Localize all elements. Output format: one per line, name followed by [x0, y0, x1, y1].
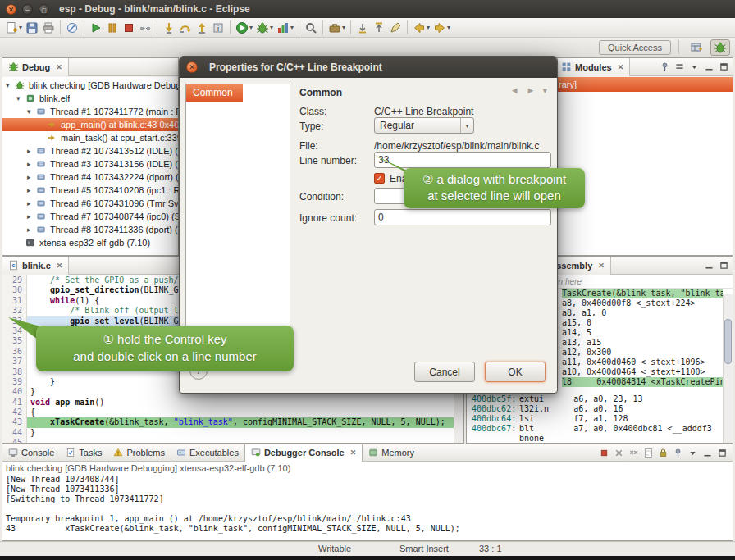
- close-icon[interactable]: [598, 262, 605, 270]
- line-number[interactable]: 36: [2, 347, 27, 357]
- debug-tree-item[interactable]: main_task() at cpu_start.c:339 0x4: [2, 131, 178, 144]
- forward-icon[interactable]: [527, 85, 536, 96]
- console-output[interactable]: blink checking [GDB Hardware Debugging] …: [2, 462, 733, 540]
- back-button[interactable]: [411, 20, 431, 36]
- debug-tree-item[interactable]: ▸Thread #8 1073411336 (dport) (Sus: [2, 223, 178, 236]
- remove-launch-icon[interactable]: [612, 446, 625, 459]
- line-number[interactable]: 41: [2, 398, 27, 407]
- code-line[interactable]: 42{: [2, 407, 463, 417]
- forward-button[interactable]: [431, 20, 452, 36]
- code-line[interactable]: 41void app_main(): [2, 398, 463, 407]
- chevron-down-icon[interactable]: [460, 118, 473, 133]
- category-item-common[interactable]: Common: [186, 84, 243, 102]
- external-tools-button[interactable]: [326, 20, 347, 36]
- debug-tree-item[interactable]: ▾Thread #1 1073411772 (main : Runn: [2, 105, 178, 118]
- tree-twistie-icon[interactable]: ▸: [27, 199, 36, 207]
- pin-view-icon[interactable]: [658, 61, 671, 74]
- dropdown-arrow-icon[interactable]: [342, 24, 345, 31]
- debug-button[interactable]: [254, 20, 275, 36]
- debug-tree-item[interactable]: ▸Thread #5 1073410208 (ipc1 : Runni: [2, 184, 178, 197]
- new-wizard-button[interactable]: [3, 20, 24, 36]
- line-number[interactable]: 33: [2, 316, 27, 326]
- close-icon[interactable]: [56, 63, 62, 71]
- dropdown-arrow-icon[interactable]: [270, 24, 273, 31]
- tree-twistie-icon[interactable]: ▸: [27, 186, 36, 194]
- line-number[interactable]: 45: [2, 438, 27, 443]
- line-number[interactable]: 39: [2, 377, 27, 387]
- editor-tab-blink-c[interactable]: c blink.c: [2, 257, 69, 275]
- view-menu-icon[interactable]: [686, 446, 699, 459]
- code-line[interactable]: 45: [2, 438, 463, 443]
- maximize-icon[interactable]: [715, 446, 728, 459]
- line-number[interactable]: 38: [2, 367, 27, 377]
- debug-tree-item[interactable]: ▸Thread #2 1073413512 (IDLE) (Susp: [2, 144, 178, 157]
- remove-all-launches-icon[interactable]: [627, 446, 640, 459]
- close-icon[interactable]: [618, 63, 624, 71]
- menu-arrow-icon[interactable]: [542, 85, 547, 96]
- line-number[interactable]: 31: [2, 296, 27, 306]
- instruction-stepping-button[interactable]: i: [210, 20, 226, 36]
- ok-button[interactable]: OK: [485, 362, 546, 382]
- console-tab-tasks[interactable]: Tasks: [60, 444, 107, 462]
- run-button[interactable]: [234, 20, 254, 36]
- line-number[interactable]: 29: [2, 275, 27, 285]
- tree-twistie-icon[interactable]: ▸: [27, 147, 36, 155]
- clear-console-icon[interactable]: [641, 446, 655, 459]
- tree-twistie-icon[interactable]: ▸: [27, 160, 36, 168]
- terminate-button[interactable]: [121, 20, 137, 36]
- resume-button[interactable]: [88, 20, 104, 36]
- ignore-count-input[interactable]: [374, 209, 551, 225]
- coverage-button[interactable]: [275, 20, 295, 36]
- minimize-icon[interactable]: [702, 61, 715, 74]
- dropdown-arrow-icon[interactable]: [290, 24, 294, 31]
- line-number[interactable]: 34: [2, 326, 27, 336]
- last-edit-location-button[interactable]: [387, 20, 404, 36]
- line-number[interactable]: 32: [2, 306, 27, 316]
- debug-tree-item[interactable]: ▸Thread #6 1073431096 (Tmr Svc) (S: [2, 197, 178, 210]
- window-minimize-button[interactable]: [22, 4, 33, 15]
- console-tab-problems[interactable]: Problems: [107, 444, 170, 462]
- line-number[interactable]: 43: [2, 417, 27, 427]
- previous-annotation-button[interactable]: [371, 20, 387, 36]
- save-button[interactable]: [24, 20, 40, 36]
- debug-tree-item[interactable]: app_main() at blink.c:43 0x400db: [2, 118, 178, 131]
- line-number[interactable]: 40: [2, 387, 27, 397]
- tree-twistie-icon[interactable]: ▸: [27, 173, 36, 181]
- line-number[interactable]: 35: [2, 336, 27, 346]
- step-into-button[interactable]: [161, 20, 177, 36]
- line-number[interactable]: 42: [2, 407, 27, 417]
- tree-twistie-icon[interactable]: ▾: [6, 81, 15, 89]
- console-tab-executables[interactable]: Executables: [171, 444, 244, 462]
- step-over-button[interactable]: [177, 20, 194, 36]
- dropdown-arrow-icon[interactable]: [249, 24, 253, 31]
- close-icon[interactable]: [350, 448, 357, 457]
- pin-console-icon[interactable]: [671, 446, 684, 459]
- disassembly-scrollbar[interactable]: [723, 294, 733, 443]
- debug-perspective-icon[interactable]: [710, 39, 730, 56]
- dropdown-arrow-icon[interactable]: [447, 24, 450, 31]
- next-annotation-button[interactable]: [354, 20, 371, 36]
- tree-twistie-icon[interactable]: ▸: [27, 212, 36, 221]
- skip-all-breakpoints-button[interactable]: [64, 20, 80, 36]
- debug-tree-item[interactable]: ▾blink.elf: [2, 92, 178, 105]
- dropdown-arrow-icon[interactable]: [19, 24, 22, 31]
- dialog-close-button[interactable]: [186, 61, 198, 73]
- open-perspective-icon[interactable]: [687, 39, 706, 56]
- maximize-icon[interactable]: [717, 61, 730, 74]
- debug-view-tab[interactable]: Debug: [2, 58, 69, 76]
- maximize-icon[interactable]: [717, 259, 730, 272]
- tree-twistie-icon[interactable]: ▸: [27, 225, 36, 234]
- close-icon[interactable]: [57, 262, 63, 270]
- tree-twistie-icon[interactable]: ▾: [27, 107, 36, 116]
- debug-tree-item[interactable]: ▸Thread #4 1073432224 (dport) (Sus: [2, 171, 178, 184]
- modules-view-tab[interactable]: Modules: [555, 58, 630, 76]
- tree-twistie-icon[interactable]: ▾: [16, 94, 25, 102]
- console-tab-debugger-console[interactable]: Debugger Console: [244, 444, 363, 462]
- view-menu-icon[interactable]: [687, 61, 701, 74]
- console-tab-console[interactable]: Console: [2, 444, 60, 462]
- line-number[interactable]: 44: [2, 428, 27, 438]
- console-tab-memory[interactable]: Memory: [363, 444, 420, 462]
- type-select[interactable]: Regular: [374, 117, 474, 134]
- cancel-button[interactable]: Cancel: [414, 362, 475, 382]
- collapse-all-icon[interactable]: [673, 61, 686, 74]
